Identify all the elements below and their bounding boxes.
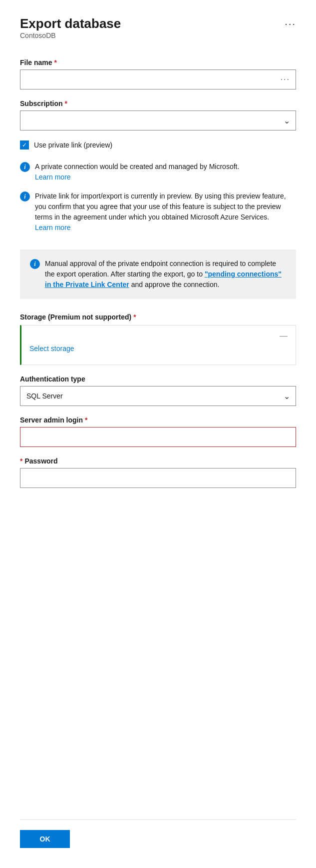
password-label: * Password <box>20 457 296 465</box>
password-required: * <box>20 457 22 465</box>
approval-info-text: Manual approval of the private endpoint … <box>45 258 286 290</box>
subscription-group: Subscription * ⌄ <box>20 100 296 130</box>
ok-button[interactable]: OK <box>20 830 70 848</box>
info-text-2: Private link for import/export is curren… <box>35 192 286 221</box>
info-row-2: i Private link for import/export is curr… <box>20 191 296 232</box>
storage-label: Storage (Premium not supported) * <box>20 313 296 321</box>
info-content-2: Private link for import/export is curren… <box>35 191 296 232</box>
subscription-select-wrapper: ⌄ <box>20 110 296 130</box>
info-icon-2: i <box>20 192 30 202</box>
server-admin-required: * <box>85 416 87 424</box>
learn-more-link-2[interactable]: Learn more <box>35 224 296 232</box>
subscription-select[interactable] <box>20 110 296 130</box>
spacer <box>20 498 296 800</box>
more-options-icon[interactable]: ··· <box>285 18 296 30</box>
panel-title: Export database ContosoDB <box>20 16 121 56</box>
private-link-checkbox-row[interactable]: ✓ Use private link (preview) <box>20 140 296 150</box>
info-text-1: A private connection would be created an… <box>35 162 239 170</box>
approval-info-icon: i <box>30 259 40 269</box>
title: Export database <box>20 16 121 32</box>
auth-type-select[interactable]: SQL Server <box>20 386 296 406</box>
export-panel: Export database ContosoDB ··· File name … <box>0 0 316 868</box>
storage-picker: — Select storage <box>20 325 296 365</box>
approval-text-after: and approve the connection. <box>129 280 220 288</box>
select-storage-link[interactable]: Select storage <box>29 344 288 352</box>
footer: OK <box>20 800 296 848</box>
server-admin-input[interactable] <box>20 427 296 447</box>
learn-more-link-1[interactable]: Learn more <box>35 173 239 181</box>
password-input[interactable] <box>20 468 296 488</box>
approval-info-box: i Manual approval of the private endpoin… <box>20 250 296 299</box>
file-name-required: * <box>54 58 57 66</box>
server-admin-label: Server admin login * <box>20 416 296 424</box>
auth-type-label: Authentication type <box>20 375 296 383</box>
auth-type-group: Authentication type SQL Server ⌄ <box>20 375 296 406</box>
subscription-label: Subscription * <box>20 100 296 108</box>
info-section: i A private connection would be created … <box>20 162 296 242</box>
info-content-1: A private connection would be created an… <box>35 162 239 181</box>
storage-dash-icon: — <box>29 332 288 340</box>
file-name-group: File name * ··· <box>20 58 296 90</box>
file-name-input[interactable] <box>20 70 296 90</box>
subscription-required: * <box>65 100 67 108</box>
info-icon-1: i <box>20 162 30 172</box>
private-link-label: Use private link (preview) <box>34 141 112 149</box>
private-link-checkbox[interactable]: ✓ <box>20 140 29 150</box>
password-group: * Password <box>20 457 296 488</box>
subtitle: ContosoDB <box>20 32 121 40</box>
storage-required: * <box>133 313 136 321</box>
approval-info-row: i Manual approval of the private endpoin… <box>30 258 286 290</box>
auth-type-select-wrapper: SQL Server ⌄ <box>20 386 296 406</box>
file-name-input-wrapper: ··· <box>20 70 296 90</box>
checkmark-icon: ✓ <box>22 142 27 148</box>
storage-group: Storage (Premium not supported) * — Sele… <box>20 313 296 365</box>
info-row-1: i A private connection would be created … <box>20 162 296 181</box>
panel-header: Export database ContosoDB ··· <box>20 16 296 56</box>
server-admin-group: Server admin login * <box>20 416 296 447</box>
footer-divider <box>20 820 296 820</box>
file-name-label: File name * <box>20 58 296 66</box>
